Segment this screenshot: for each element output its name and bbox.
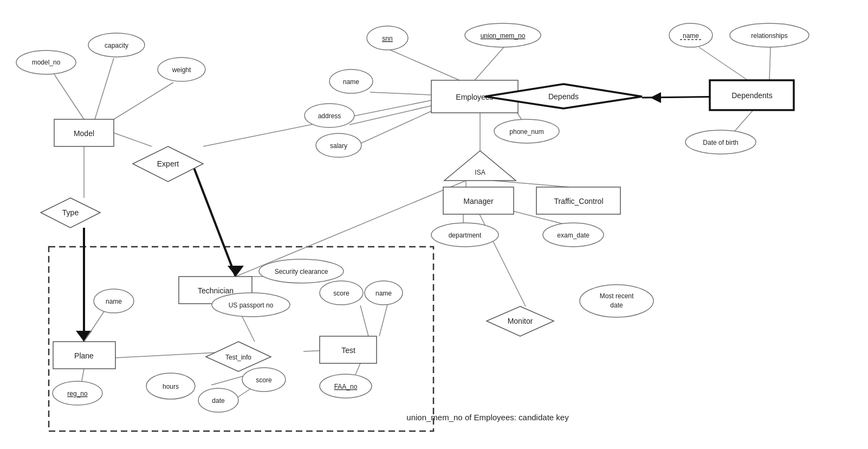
attr-test-score-label: score bbox=[333, 290, 349, 297]
attr-exam-date-label: exam_date bbox=[557, 232, 590, 239]
svg-marker-18 bbox=[650, 92, 661, 103]
attr-department-label: department bbox=[449, 232, 482, 239]
attr-snn-label: snn bbox=[382, 35, 392, 42]
relationship-isa-label: ISA bbox=[475, 169, 485, 176]
attr-security-label: Security clearance bbox=[275, 268, 328, 275]
entity-test-label: Test bbox=[341, 346, 355, 355]
svg-line-40 bbox=[360, 305, 368, 336]
attr-salary-label: salary bbox=[330, 142, 347, 150]
entity-model-label: Model bbox=[74, 129, 94, 138]
attr-weight-label: weight bbox=[172, 66, 191, 74]
candidate-key-note: union_mem_no of Employees: candidate key bbox=[406, 413, 569, 422]
attr-capacity-label: capacity bbox=[105, 42, 128, 49]
svg-line-25 bbox=[236, 181, 466, 277]
attr-emp-name-label: name bbox=[343, 78, 359, 86]
attr-most-recent-label: Most recent bbox=[600, 292, 634, 300]
svg-marker-5 bbox=[228, 266, 244, 277]
svg-line-11 bbox=[475, 47, 504, 80]
svg-line-0 bbox=[54, 74, 84, 119]
attr-hours-label: hours bbox=[163, 383, 179, 390]
attr-most-recent-label2: date bbox=[610, 302, 623, 309]
entity-traffic-control-label: Traffic_Control bbox=[554, 197, 603, 206]
relationship-expert-label: Expert bbox=[157, 159, 179, 168]
attr-model-no-label: model_no bbox=[32, 59, 61, 66]
attr-union-mem-no-label: union_mem_no bbox=[481, 32, 526, 40]
svg-line-4 bbox=[192, 164, 236, 277]
svg-line-20 bbox=[769, 47, 770, 80]
er-diagram: Model Expert Type Employees Depends Depe… bbox=[0, 0, 868, 449]
svg-line-3 bbox=[114, 133, 152, 146]
attr-date-label: date bbox=[212, 397, 225, 405]
attr-reg-no-label: reg_no bbox=[67, 390, 88, 397]
svg-line-41 bbox=[379, 305, 387, 336]
attr-dep-name-label: name bbox=[683, 32, 699, 40]
svg-line-1 bbox=[95, 58, 114, 119]
entity-technician-label: Technician bbox=[198, 286, 234, 295]
svg-line-34 bbox=[84, 309, 106, 342]
attr-most-recent bbox=[580, 285, 653, 317]
attr-plane-name-label: name bbox=[106, 298, 122, 305]
attr-phone-num-label: phone_num bbox=[509, 128, 543, 136]
svg-line-10 bbox=[390, 50, 459, 80]
entity-dependents-label: Dependents bbox=[731, 91, 773, 100]
relationship-type-label: Type bbox=[62, 208, 79, 217]
relationship-test-info-label: Test_info bbox=[225, 354, 251, 361]
attr-test-name-label: name bbox=[375, 290, 392, 297]
svg-line-19 bbox=[699, 47, 748, 80]
svg-line-12 bbox=[370, 92, 431, 95]
entity-plane-label: Plane bbox=[74, 351, 94, 360]
svg-line-24 bbox=[493, 181, 569, 187]
attr-score-test-info-label: score bbox=[256, 376, 272, 384]
attr-dob-label: Date of birth bbox=[703, 139, 738, 146]
entity-manager-label: Manager bbox=[463, 197, 494, 206]
attr-faa-no-label: FAA_no bbox=[334, 383, 358, 390]
relationship-depends-label: Depends bbox=[548, 92, 579, 101]
attr-us-passport-label: US passport no bbox=[229, 302, 274, 309]
svg-line-14 bbox=[358, 111, 431, 145]
svg-line-2 bbox=[114, 82, 173, 119]
attr-relationships-label: relationships bbox=[751, 32, 787, 40]
attr-address-label: address bbox=[318, 112, 341, 120]
relationship-monitor-label: Monitor bbox=[508, 317, 533, 325]
